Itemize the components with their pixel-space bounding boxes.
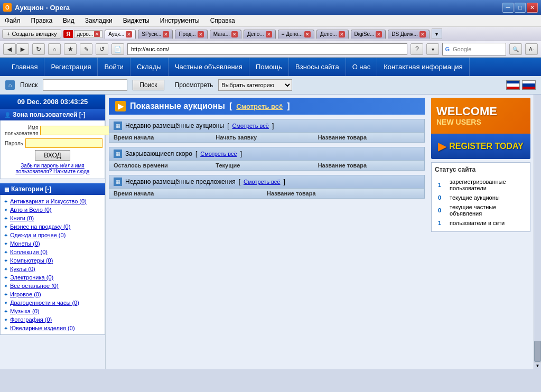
tab-close-srusi[interactable]: ✕ [163, 31, 169, 38]
category-link-jewelry[interactable]: Драгоценности и часы (0) [10, 300, 79, 306]
zoom-button[interactable]: 🔍 [509, 43, 522, 55]
tab-mag[interactable]: Мага... ✕ [210, 30, 241, 39]
view-all-featured-link[interactable]: Смотреть всё [236, 102, 283, 110]
user-zone-section: 👤 Зона пользователей [-] Имяпользователя [0, 109, 105, 179]
category-link-antique[interactable]: Антиквариат и Искусство (0) [10, 198, 87, 204]
site-status-box: Статус сайта 1 зарегистрированные пользо… [431, 162, 530, 232]
tab-close-depo1[interactable]: ✕ [266, 31, 272, 38]
col-offer-start-time: Время начала [114, 190, 267, 197]
view-all-recent-link[interactable]: Смотреть всё [232, 123, 268, 129]
tab-srusi[interactable]: SРуси... ✕ [138, 30, 173, 39]
tab-depo1[interactable]: Депо... ✕ [244, 30, 276, 39]
category-link-gaming[interactable]: Игровое (0) [10, 291, 41, 297]
forgot-password-link[interactable]: Забыли пароль и/или имя пользователя? На… [5, 163, 100, 174]
new-tab-button[interactable]: + Создать вкладку [2, 29, 61, 39]
flag-uk[interactable] [506, 80, 520, 90]
tab-close-prod[interactable]: ✕ [198, 31, 204, 38]
tab-close-auctions[interactable]: ✕ [126, 31, 132, 38]
scrollbar[interactable]: ▼ [534, 95, 541, 369]
tab-close-depo2[interactable]: ✕ [304, 31, 311, 38]
nav-home[interactable]: Главная [5, 58, 44, 76]
menu-widgets[interactable]: Виджеты [120, 16, 152, 25]
close-button[interactable]: ✕ [527, 3, 538, 13]
category-link-electronics[interactable]: Электроника (0) [10, 274, 53, 281]
reload-button2[interactable]: ↺ [96, 43, 108, 55]
menu-bar: Файл Правка Вид Закладки Виджеты Инструм… [0, 15, 541, 27]
home-button[interactable]: ⌂ [48, 43, 61, 55]
status-label-1: зарегистрированные пользователи [447, 178, 526, 192]
maximize-button[interactable]: □ [515, 3, 526, 13]
minimize-button[interactable]: ─ [502, 3, 514, 13]
tab-depo2[interactable]: = Депо... ✕ [278, 30, 314, 39]
recent-offers-columns: Время начала Название товара [109, 188, 424, 198]
dropdown-button[interactable]: ▾ [426, 43, 439, 55]
page-button[interactable]: 📄 [111, 43, 124, 55]
category-select[interactable]: Выбрать категорию [218, 79, 292, 91]
tab-auctions[interactable]: Ауцк... ✕ [105, 30, 136, 39]
bullet-icon: ✦ [4, 207, 8, 213]
menu-tools[interactable]: Инструменты [157, 16, 202, 25]
scrollbar-thumb[interactable] [534, 341, 541, 362]
flag-ru[interactable] [522, 80, 536, 90]
welcome-bottom[interactable]: ▶ REGISTER TODAY [431, 134, 530, 159]
tab-close-mag[interactable]: ✕ [231, 31, 238, 38]
category-link-music[interactable]: Музыка (0) [10, 308, 39, 314]
category-link-coins[interactable]: Монеты (0) [10, 240, 40, 247]
category-link-other[interactable]: Всё остальное (0) [10, 283, 59, 289]
category-link-photo[interactable]: Фотография (0) [10, 316, 52, 323]
tab-close-icon[interactable]: ✕ [94, 31, 100, 37]
tab-ds[interactable]: DS Движ... ✕ [388, 30, 429, 39]
tab-close-depo3[interactable]: ✕ [339, 31, 345, 38]
categories-header: ▦ Категории [-] [0, 183, 105, 195]
back-button[interactable]: ◄ [3, 43, 16, 55]
tab-digise[interactable]: DigiSe... ✕ [351, 30, 386, 39]
nav-fees[interactable]: Взносы сайта [289, 58, 346, 76]
nav-warehouses[interactable]: Склады [130, 58, 169, 76]
tab-close-ds[interactable]: ✕ [419, 31, 426, 38]
tools-button[interactable]: ✎ [80, 43, 92, 55]
view-all-closing-link[interactable]: Смотреть всё [200, 151, 237, 157]
category-link-collection[interactable]: Коллекция (0) [10, 249, 48, 255]
google-search-input[interactable] [451, 44, 503, 54]
menu-edit[interactable]: Правка [29, 16, 55, 25]
forward-button[interactable]: ► [16, 43, 29, 55]
zoom-out-button[interactable]: A- [525, 43, 538, 55]
tab-depo3[interactable]: Депо... ✕ [316, 30, 349, 39]
nav-contact[interactable]: Контактная информация [377, 58, 469, 76]
nav-help[interactable]: Помощь [249, 58, 289, 76]
tab-close-digise[interactable]: ✕ [376, 31, 382, 38]
nav-about[interactable]: О нас [346, 58, 378, 76]
view-all-offers-link[interactable]: Смотреть всё [244, 179, 280, 185]
menu-help[interactable]: Справка [208, 16, 238, 25]
yandex-tab-item[interactable]: деро... ✕ [74, 30, 102, 38]
category-link-business[interactable]: Бизнес на продажу (0) [10, 223, 70, 230]
nav-classifieds[interactable]: Частные объявления [169, 58, 249, 76]
menu-bookmarks[interactable]: Закладки [82, 16, 115, 25]
page-search-input[interactable] [43, 79, 127, 91]
help-button[interactable]: ? [411, 43, 423, 55]
password-input[interactable] [25, 138, 102, 148]
bookmark-button[interactable]: ★ [64, 43, 77, 55]
page-search-button[interactable]: Поиск [133, 80, 164, 90]
recent-auctions-section: ▦ Недавно размещённые аукционы [ Смотрет… [109, 119, 425, 143]
category-link-gems[interactable]: Ювелирные изделия (0) [10, 325, 75, 331]
category-link-clothes[interactable]: Одежда и прочее (0) [10, 232, 66, 238]
category-link-dolls[interactable]: Куклы (0) [10, 266, 35, 272]
address-input[interactable] [127, 43, 407, 55]
tab-prod[interactable]: Прод... ✕ [175, 30, 207, 39]
login-button[interactable]: ВХОД [35, 150, 70, 161]
language-flags [506, 80, 536, 90]
reload-button[interactable]: ↻ [32, 43, 45, 55]
category-link-books[interactable]: Книги (0) [10, 215, 34, 221]
menu-view[interactable]: Вид [60, 16, 77, 25]
menu-file[interactable]: Файл [2, 16, 23, 25]
col-current: Текущие [216, 162, 318, 169]
nav-register[interactable]: Регистрация [44, 58, 98, 76]
list-item: ✦ Электроника (0) [4, 273, 101, 282]
view-label: Просмотреть [175, 81, 213, 89]
nav-login[interactable]: Войти [98, 58, 130, 76]
tab-overflow-button[interactable]: ▾ [432, 29, 442, 39]
category-link-computers[interactable]: Компьютеры (0) [10, 257, 53, 264]
category-link-auto[interactable]: Авто и Вело (0) [10, 207, 51, 213]
scrollbar-down-button[interactable]: ▼ [534, 362, 541, 369]
